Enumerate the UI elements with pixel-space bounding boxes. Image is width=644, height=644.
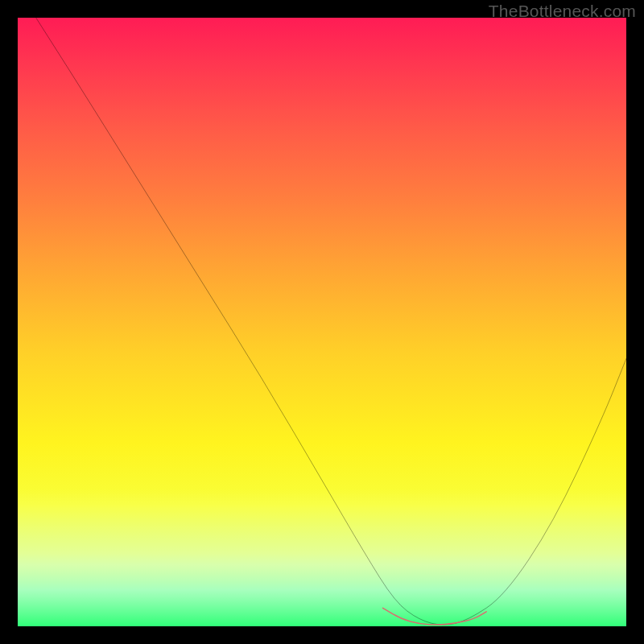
curve-layer xyxy=(18,18,626,626)
watermark-text: TheBottleneck.com xyxy=(489,2,636,21)
bottleneck-curve xyxy=(36,18,626,625)
plot-area xyxy=(18,18,626,626)
chart-frame: TheBottleneck.com xyxy=(0,0,644,644)
trough-highlight xyxy=(383,608,487,625)
